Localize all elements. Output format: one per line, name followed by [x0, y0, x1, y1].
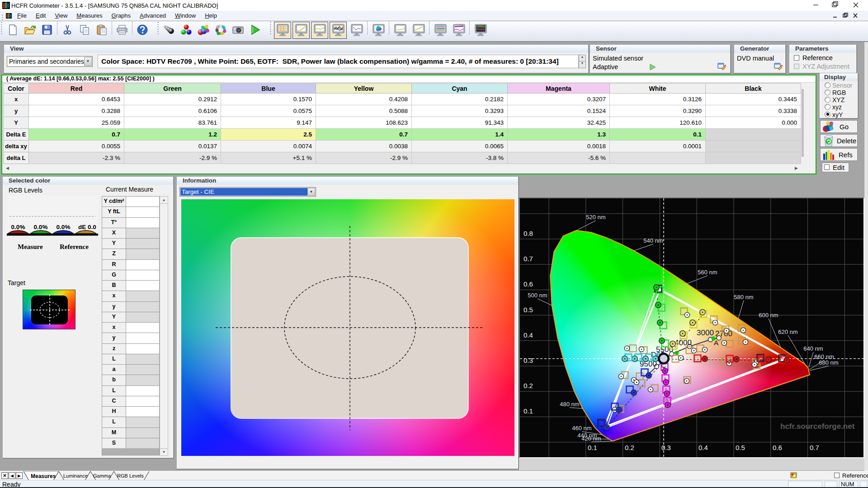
svg-text:0.7: 0.7: [810, 444, 819, 451]
svg-text:0.6: 0.6: [773, 444, 782, 451]
svg-text:0.5: 0.5: [524, 306, 533, 314]
svg-text:3000: 3000: [697, 328, 714, 337]
svg-text:0.0%: 0.0%: [11, 224, 25, 230]
svg-text:520 nm: 520 nm: [586, 214, 605, 221]
svg-text:0.7: 0.7: [524, 255, 533, 263]
svg-text:0.5: 0.5: [736, 444, 745, 451]
svg-text:Luminance: Luminance: [63, 473, 88, 479]
svg-text:0.3: 0.3: [661, 444, 671, 451]
svg-text:0.1: 0.1: [524, 407, 533, 415]
svg-text:0.2: 0.2: [625, 444, 634, 451]
svg-text:540 nm: 540 nm: [643, 237, 663, 244]
svg-text:480 nm: 480 nm: [560, 401, 579, 408]
svg-text:0.0%: 0.0%: [57, 224, 71, 230]
svg-text:0.4: 0.4: [524, 331, 533, 339]
svg-text:0.2: 0.2: [524, 382, 533, 389]
svg-text:560 nm: 560 nm: [698, 269, 717, 276]
svg-text:Gamma: Gamma: [93, 473, 111, 479]
svg-text:0.6: 0.6: [524, 280, 533, 288]
svg-text:RGB Levels: RGB Levels: [117, 473, 144, 479]
svg-text:420 nm: 420 nm: [581, 435, 601, 442]
svg-text:0.4: 0.4: [698, 444, 708, 451]
svg-text:620 nm: 620 nm: [778, 328, 797, 335]
svg-text:dE 0.0: dE 0.0: [78, 224, 96, 230]
svg-text:500 nm: 500 nm: [528, 292, 547, 299]
svg-text:0.3: 0.3: [524, 357, 533, 364]
svg-text:680 nm: 680 nm: [819, 359, 838, 366]
svg-text:640 nm: 640 nm: [803, 345, 823, 352]
svg-text:hcfr.sourceforge.net: hcfr.sourceforge.net: [780, 422, 855, 431]
svg-text:460 nm: 460 nm: [572, 425, 591, 432]
svg-text:0.0%: 0.0%: [34, 224, 48, 230]
svg-text:Measures: Measures: [31, 473, 56, 479]
svg-text:600 nm: 600 nm: [759, 312, 778, 319]
svg-text:0.8: 0.8: [524, 230, 533, 237]
svg-text:580 nm: 580 nm: [734, 294, 753, 300]
svg-text:0.1: 0.1: [588, 444, 597, 451]
